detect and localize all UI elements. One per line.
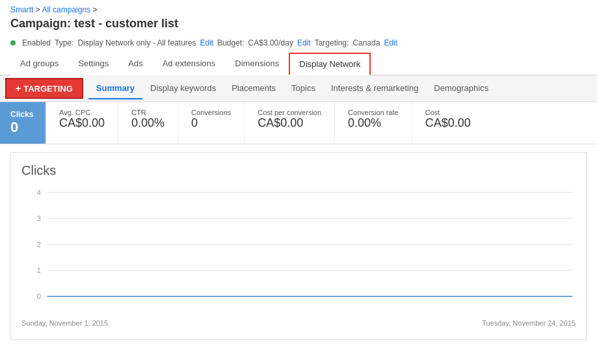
- breadcrumb-smartt[interactable]: Smartt: [10, 5, 33, 14]
- campaign-title: Campaign: test - customer list: [0, 16, 597, 36]
- stat-cost-per-conversion: Cost per conversion CA$0.00: [244, 102, 334, 144]
- status-label: Enabled: [22, 38, 51, 47]
- conversion-rate-value: 0.00%: [348, 116, 399, 130]
- svg-text:4: 4: [37, 188, 41, 196]
- breadcrumb-all-campaigns[interactable]: All campaigns: [42, 5, 90, 14]
- cpc-value: CA$0.00: [258, 116, 321, 130]
- type-value: Display Network only - All features: [77, 38, 196, 47]
- targeting-value: Canada: [352, 38, 380, 47]
- tab-ad-groups[interactable]: Ad groups: [10, 53, 68, 75]
- svg-text:2: 2: [37, 240, 41, 248]
- subtab-demographics[interactable]: Demographics: [426, 78, 496, 99]
- tab-display-network[interactable]: Display Network: [289, 53, 371, 75]
- top-tabs: Ad groups Settings Ads Ad extensions Dim…: [0, 53, 597, 75]
- stat-cost: Cost CA$0.00: [412, 102, 484, 144]
- sub-tabs: + TARGETING Summary Display keywords Pla…: [0, 75, 597, 102]
- campaign-label: Campaign:: [10, 17, 71, 30]
- edit-budget-link[interactable]: Edit: [297, 38, 311, 47]
- plus-icon: +: [16, 83, 21, 94]
- chart-x-labels: Sunday, November 1, 2015 Tuesday, Novemb…: [21, 319, 576, 327]
- type-label: Type:: [55, 38, 73, 47]
- tab-ads[interactable]: Ads: [118, 53, 152, 75]
- ctr-label: CTR: [131, 109, 165, 116]
- tab-ad-extensions[interactable]: Ad extensions: [153, 53, 226, 75]
- breadcrumb-sep1: >: [36, 5, 42, 14]
- status-dot: [10, 40, 16, 46]
- chart-section: Clicks 4 3 2 1 0 Sunday, November 1, 201…: [10, 152, 587, 340]
- campaign-info: Enabled Type: Display Network only - All…: [0, 36, 597, 53]
- clicks-value: 0: [10, 119, 18, 136]
- svg-text:0: 0: [37, 292, 41, 300]
- subtab-topics[interactable]: Topics: [284, 78, 323, 99]
- clicks-label: Clicks: [10, 110, 33, 119]
- stat-conversion-rate: Conversion rate 0.00%: [334, 102, 412, 144]
- edit-targeting-link[interactable]: Edit: [384, 38, 397, 47]
- tab-dimensions[interactable]: Dimensions: [225, 53, 289, 75]
- chart-svg: 4 3 2 1 0: [21, 186, 576, 316]
- conversions-label: Conversions: [191, 109, 231, 116]
- breadcrumb-sep2: >: [92, 5, 97, 14]
- conversion-rate-label: Conversion rate: [348, 109, 399, 116]
- conversions-value: 0: [191, 116, 231, 130]
- chart-x-end: Tuesday, November 24, 2015: [482, 319, 576, 327]
- avg-cpc-label: Avg. CPC: [59, 109, 105, 116]
- cost-value: CA$0.00: [425, 116, 471, 130]
- subtab-interests-remarketing[interactable]: Interests & remarketing: [323, 78, 426, 99]
- cpc-label: Cost per conversion: [258, 109, 321, 116]
- stats-bar: Clicks 0 Avg. CPC CA$0.00 CTR 0.00% Conv…: [0, 102, 597, 144]
- tab-settings[interactable]: Settings: [68, 53, 118, 75]
- svg-text:3: 3: [37, 214, 41, 222]
- budget-value: CA$3.00/day: [248, 38, 293, 47]
- stat-avg-cpc: Avg. CPC CA$0.00: [46, 102, 118, 144]
- targeting-label: Targeting:: [315, 38, 349, 47]
- targeting-button-label: TARGETING: [23, 84, 73, 94]
- subtab-display-keywords[interactable]: Display keywords: [142, 78, 224, 99]
- subtab-summary[interactable]: Summary: [88, 78, 142, 99]
- edit-type-link[interactable]: Edit: [200, 38, 213, 47]
- stat-clicks: Clicks 0: [0, 102, 46, 144]
- budget-label: Budget:: [217, 38, 244, 47]
- targeting-button[interactable]: + TARGETING: [5, 78, 83, 99]
- stat-conversions: Conversions 0: [178, 102, 244, 144]
- campaign-name: test - customer list: [74, 17, 178, 30]
- chart-x-start: Sunday, November 1, 2015: [21, 319, 108, 327]
- subtab-placements[interactable]: Placements: [224, 78, 284, 99]
- avg-cpc-value: CA$0.00: [59, 116, 105, 130]
- cost-label: Cost: [425, 109, 471, 116]
- stat-ctr: CTR 0.00%: [118, 102, 178, 144]
- breadcrumb: Smartt > All campaigns >: [0, 0, 597, 16]
- svg-text:1: 1: [37, 266, 41, 274]
- ctr-value: 0.00%: [131, 116, 165, 130]
- chart-area: 4 3 2 1 0 Sunday, November 1, 2015 Tuesd…: [21, 186, 576, 329]
- chart-title: Clicks: [21, 163, 576, 178]
